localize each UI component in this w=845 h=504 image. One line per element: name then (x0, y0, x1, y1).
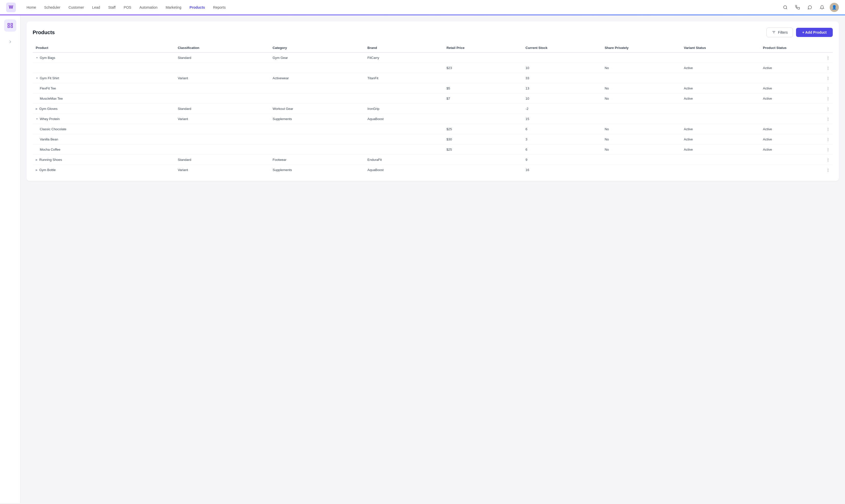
current-stock-cell: 6 (522, 124, 602, 134)
search-button[interactable] (781, 3, 790, 12)
nav-item-lead[interactable]: Lead (88, 3, 104, 12)
row-menu-button[interactable]: ⋮ (823, 83, 833, 93)
notifications-button[interactable] (817, 3, 827, 12)
row-menu-button[interactable]: ⋮ (823, 124, 833, 134)
product-status-cell: Active (760, 134, 823, 145)
current-stock-cell: 9 (522, 155, 602, 165)
filters-button[interactable]: Filters (766, 28, 793, 37)
product-name: FlexFit Tee (40, 86, 56, 90)
top-navigation: W HomeSchedulerCustomerLeadStaffPOSAutom… (0, 0, 845, 15)
row-menu-button[interactable]: ⋮ (823, 114, 833, 124)
product-name: Gym Gloves (39, 107, 58, 111)
expand-icon[interactable]: ▶ (36, 158, 38, 161)
products-table: ProductClassificationCategoryBrandRetail… (33, 43, 833, 175)
current-stock-cell: -2 (522, 104, 602, 114)
svg-rect-3 (11, 23, 12, 25)
brand-cell (364, 63, 444, 73)
brand-cell: FitCarry (364, 53, 444, 63)
classification-cell: Standard (175, 104, 270, 114)
main-content: Products Filters + Add Product (20, 15, 845, 503)
table-row: Classic Chocolate$256NoActiveActive⋮ (33, 124, 833, 134)
nav-item-staff[interactable]: Staff (105, 3, 119, 12)
row-menu-button[interactable]: ⋮ (823, 53, 833, 63)
row-menu-button[interactable]: ⋮ (823, 63, 833, 73)
classification-cell: Variant (175, 114, 270, 124)
row-menu-button[interactable]: ⋮ (823, 73, 833, 83)
sidebar-collapse-button[interactable] (4, 36, 16, 48)
current-stock-cell: 33 (522, 73, 602, 83)
product-name: Whey Protein (40, 117, 60, 121)
variant-status-cell: Active (681, 134, 760, 145)
product-cell: Classic Chocolate (33, 124, 175, 134)
add-product-button[interactable]: + Add Product (796, 28, 833, 37)
classification-cell (175, 134, 270, 145)
collapse-icon[interactable]: ▼ (36, 56, 38, 59)
category-cell (270, 93, 364, 104)
nav-item-products[interactable]: Products (186, 3, 209, 12)
category-cell: Supplements (270, 165, 364, 175)
svg-rect-2 (8, 23, 9, 25)
whatsapp-button[interactable] (805, 3, 814, 12)
product-cell: ▼Gym Bags (33, 53, 175, 63)
current-stock-cell: 10 (522, 63, 602, 73)
nav-item-customer[interactable]: Customer (65, 3, 87, 12)
phone-button[interactable] (793, 3, 802, 12)
collapse-icon[interactable]: ▼ (36, 77, 38, 79)
table-row: ▶Gym GlovesStandardWorkout GearIronGrip-… (33, 104, 833, 114)
svg-rect-4 (8, 26, 9, 28)
brand-cell (364, 134, 444, 145)
nav-item-reports[interactable]: Reports (209, 3, 229, 12)
product-cell: MuscleMax Tee (33, 93, 175, 104)
product-cell: ▶Gym Bottle (33, 165, 175, 175)
nav-item-scheduler[interactable]: Scheduler (40, 3, 64, 12)
col-header-classification: Classification (175, 43, 270, 53)
current-stock-cell: 16 (522, 165, 602, 175)
category-cell (270, 124, 364, 134)
share-privately-cell (602, 114, 681, 124)
table-row: ▼Gym Fit ShirtVariantActivewearTitanFit3… (33, 73, 833, 83)
row-menu-button[interactable]: ⋮ (823, 134, 833, 145)
expand-icon[interactable]: ▶ (36, 107, 38, 110)
variant-status-cell: Active (681, 83, 760, 93)
row-menu-button[interactable]: ⋮ (823, 155, 833, 165)
share-privately-cell (602, 53, 681, 63)
product-status-cell (760, 73, 823, 83)
row-menu-button[interactable]: ⋮ (823, 104, 833, 114)
brand-cell (364, 93, 444, 104)
variant-status-cell (681, 114, 760, 124)
category-cell (270, 134, 364, 145)
row-menu-button[interactable]: ⋮ (823, 165, 833, 175)
product-status-cell (760, 53, 823, 63)
user-avatar[interactable]: 👤 (830, 3, 839, 12)
app-body: Products Filters + Add Product (0, 15, 845, 503)
product-status-cell: Active (760, 93, 823, 104)
current-stock-cell: 3 (522, 134, 602, 145)
sidebar-item-products[interactable] (4, 19, 16, 32)
svg-point-0 (783, 6, 787, 9)
brand-cell (364, 145, 444, 155)
collapse-icon[interactable]: ▼ (36, 118, 38, 120)
table-row: $2310NoActiveActive⋮ (33, 63, 833, 73)
retail-price-cell (444, 165, 522, 175)
variant-status-cell: Active (681, 63, 760, 73)
row-menu-button[interactable]: ⋮ (823, 93, 833, 104)
nav-item-automation[interactable]: Automation (136, 3, 161, 12)
nav-item-home[interactable]: Home (23, 3, 39, 12)
col-header-current-stock: Current Stock (522, 43, 602, 53)
product-cell: FlexFit Tee (33, 83, 175, 93)
product-cell (33, 63, 175, 73)
expand-icon[interactable]: ▶ (36, 168, 38, 171)
nav-item-pos[interactable]: POS (120, 3, 135, 12)
share-privately-cell: No (602, 83, 681, 93)
classification-cell: Variant (175, 73, 270, 83)
nav-item-marketing[interactable]: Marketing (162, 3, 185, 12)
variant-status-cell (681, 155, 760, 165)
category-cell: Footwear (270, 155, 364, 165)
table-header: ProductClassificationCategoryBrandRetail… (33, 43, 833, 53)
retail-price-cell (444, 155, 522, 165)
retail-price-cell: $7 (444, 93, 522, 104)
table-row: Vanilla Bean$303NoActiveActive⋮ (33, 134, 833, 145)
row-menu-button[interactable]: ⋮ (823, 145, 833, 155)
product-status-cell (760, 104, 823, 114)
retail-price-cell (444, 114, 522, 124)
